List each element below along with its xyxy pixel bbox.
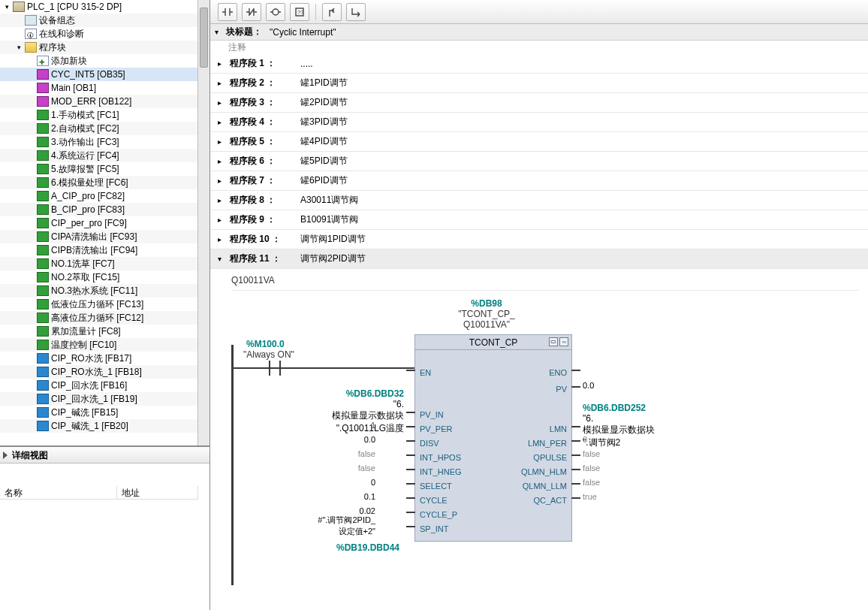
fb-pin-value[interactable]: false xyxy=(285,464,375,473)
binoculars-icon[interactable]: ⨝ xyxy=(559,337,568,346)
block-title-value[interactable]: "Cyclic Interrupt" xyxy=(270,27,336,38)
tree-block-item[interactable]: 6.模拟量处理 [FC6] xyxy=(0,176,198,189)
tree-device-config[interactable]: 设备组态 xyxy=(0,14,198,27)
ladder-toolbar: ?? xyxy=(210,0,868,24)
tree-block-item[interactable]: MOD_ERR [OB122] xyxy=(0,95,198,108)
detail-col-name[interactable]: 名称 xyxy=(0,486,117,500)
caret-right-icon[interactable]: ▸ xyxy=(215,235,224,243)
network-title[interactable]: 罐5PID调节 xyxy=(300,155,348,168)
tree-block-item[interactable]: 温度控制 [FC10] xyxy=(0,338,198,352)
fb-pin-value[interactable]: 0.0 xyxy=(285,435,375,444)
tree-online-diag[interactable]: 在线和诊断 xyxy=(0,27,198,41)
network-title[interactable]: 罐2PID调节 xyxy=(300,96,348,109)
caret-right-icon[interactable]: ▸ xyxy=(215,196,224,204)
block-title-row[interactable]: ▾ 块标题： "Cyclic Interrupt" xyxy=(210,24,868,41)
network-header[interactable]: ▸程序段 6 ：罐5PID调节 xyxy=(210,152,868,171)
tree-block-item[interactable]: 4.系统运行 [FC4] xyxy=(0,149,198,162)
network-header[interactable]: ▸程序段 3 ：罐2PID调节 xyxy=(210,93,868,113)
fb-pin-value[interactable]: false xyxy=(285,449,375,458)
tree-block-item[interactable]: 5.故障报警 [FC5] xyxy=(0,162,198,176)
tree-block-item[interactable]: CIPB清洗输出 [FC94] xyxy=(0,243,198,257)
tree-block-item[interactable]: NO.1洗草 [FC7] xyxy=(0,257,198,270)
tree-block-item[interactable]: 1.手动模式 [FC1] xyxy=(0,108,198,122)
caret-right-icon[interactable]: ▸ xyxy=(215,177,224,185)
tree-block-item[interactable]: 2.自动模式 [FC2] xyxy=(0,122,198,135)
network-header[interactable]: ▸程序段 9 ：B10091调节阀 xyxy=(210,210,868,230)
network-header[interactable]: ▾程序段 11 ：调节阀2PID调节 xyxy=(210,249,868,269)
fb-pin-value[interactable]: false xyxy=(583,478,688,487)
close-branch-button[interactable] xyxy=(346,3,366,21)
network-title[interactable]: A30011调节阀 xyxy=(300,194,358,207)
insert-coil-button[interactable] xyxy=(266,3,285,21)
insert-no-contact-button[interactable] xyxy=(218,3,237,21)
fb-pin-value[interactable]: 0.1 xyxy=(285,492,375,501)
network-title[interactable]: 罐6PID调节 xyxy=(300,174,348,187)
caret-right-icon[interactable]: ▸ xyxy=(215,216,224,224)
tree-block-item[interactable]: CIP_回水洗_1 [FB19] xyxy=(0,392,198,406)
tree-block-item[interactable]: CYC_INT5 [OB35] xyxy=(0,68,198,81)
tree-block-item[interactable]: Main [OB1] xyxy=(0,81,198,95)
tree-item-label: CIP_回水洗 [FB16] xyxy=(51,379,127,392)
network-title[interactable]: 调节阀2PID调节 xyxy=(300,252,366,265)
detail-view-header[interactable]: 详细视图 xyxy=(0,447,209,464)
tree-block-item[interactable]: CIP_碱洗_1 [FB20] xyxy=(0,419,198,433)
fb-pin-left: CYCLE xyxy=(420,496,448,505)
network-title[interactable]: 调节阀1PID调节 xyxy=(300,233,366,246)
network-title[interactable]: 罐4PID调节 xyxy=(300,135,348,148)
tree-program-blocks[interactable]: 程序块 xyxy=(0,41,198,54)
tree-block-item[interactable]: NO.2萃取 [FC15] xyxy=(0,270,198,284)
network-title[interactable]: B10091调节阀 xyxy=(300,213,358,226)
tree-block-item[interactable]: CIP_per_pro [FC9] xyxy=(0,216,198,230)
tree-scrollbar[interactable] xyxy=(197,0,209,445)
tree-block-item[interactable]: CIP_RO水洗_1 [FB18] xyxy=(0,365,198,379)
tree-plc-root[interactable]: PLC_1 [CPU 315-2 DP] xyxy=(0,0,198,14)
network-title[interactable]: 罐1PID调节 xyxy=(300,77,348,89)
tree-block-item[interactable]: NO.3热水系统 [FC11] xyxy=(0,284,198,297)
tree-block-item[interactable]: CIP_回水洗 [FB16] xyxy=(0,379,198,392)
fb-pin-value[interactable]: false xyxy=(583,464,688,473)
network-header[interactable]: ▸程序段 2 ：罐1PID调节 xyxy=(210,74,868,93)
network-header[interactable]: ▸程序段 1 ：..... xyxy=(210,54,868,74)
caret-right-icon[interactable]: ▸ xyxy=(215,79,224,87)
tree-block-item[interactable]: B_CIP_pro [FC83] xyxy=(0,203,198,216)
caret-right-icon[interactable]: ▸ xyxy=(215,98,224,107)
caret-right-icon[interactable]: ▸ xyxy=(215,137,224,146)
tree-add-new-block[interactable]: 添加新块 xyxy=(0,54,198,68)
tree-block-item[interactable]: 高液位压力循环 [FC12] xyxy=(0,311,198,325)
tree-block-item[interactable]: CIP_碱洗 [FB15] xyxy=(0,406,198,419)
tree-block-item[interactable]: 3.动作输出 [FC3] xyxy=(0,135,198,149)
tree-block-item[interactable]: CIP_RO水洗 [FB17] xyxy=(0,352,198,365)
network-header[interactable]: ▸程序段 4 ：罐3PID调节 xyxy=(210,113,868,132)
caret-right-icon[interactable]: ▸ xyxy=(215,59,224,68)
network-header[interactable]: ▸程序段 8 ：A30011调节阀 xyxy=(210,191,868,210)
caret-down-icon[interactable]: ▾ xyxy=(215,255,224,263)
insert-box-button[interactable]: ?? xyxy=(290,3,309,21)
fb-pin-value[interactable]: true xyxy=(583,492,688,501)
network-header[interactable]: ▸程序段 5 ：罐4PID调节 xyxy=(210,132,868,152)
fb-pin-value[interactable]: false xyxy=(583,449,688,458)
no-contact[interactable] xyxy=(261,361,288,376)
network-title[interactable]: ..... xyxy=(300,59,313,69)
fb-box[interactable]: TCONT_CP▭⨝ENPV_INPV_PERDISVINT_HPOSINT_H… xyxy=(414,334,572,542)
caret-right-icon[interactable]: ▸ xyxy=(215,157,224,165)
network-title[interactable]: 罐3PID调节 xyxy=(300,116,348,128)
block-comment[interactable]: 注释 xyxy=(210,41,868,54)
network-header[interactable]: ▸程序段 7 ：罐6PID调节 xyxy=(210,171,868,191)
tree-item-label: 在线和诊断 xyxy=(39,27,84,41)
expand-icon[interactable] xyxy=(3,3,11,11)
fb-pin-value[interactable]: 0.0 xyxy=(583,381,688,390)
fb-pin-value[interactable]: 0 xyxy=(285,478,375,487)
fb-pin-value[interactable]: #".调节阀2PID_设定值+2" xyxy=(285,515,375,537)
tree-block-item[interactable]: CIPA清洗输出 [FC93] xyxy=(0,230,198,243)
tree-block-item[interactable]: 累加流量计 [FC8] xyxy=(0,325,198,338)
detail-col-addr[interactable]: 地址 xyxy=(117,486,198,500)
insert-nc-contact-button[interactable] xyxy=(242,3,261,21)
caret-right-icon[interactable]: ▸ xyxy=(215,118,224,126)
open-branch-button[interactable] xyxy=(322,3,342,21)
tree-block-item[interactable]: A_CIP_pro [FC82] xyxy=(0,189,198,203)
expand-icon[interactable] xyxy=(15,44,23,52)
tree-item-label: CIP_碱洗_1 [FB20] xyxy=(51,419,128,433)
network-header[interactable]: ▸程序段 10 ：调节阀1PID调节 xyxy=(210,230,868,249)
tree-block-item[interactable]: 低液位压力循环 [FC13] xyxy=(0,297,198,311)
chart-icon[interactable]: ▭ xyxy=(549,337,558,346)
